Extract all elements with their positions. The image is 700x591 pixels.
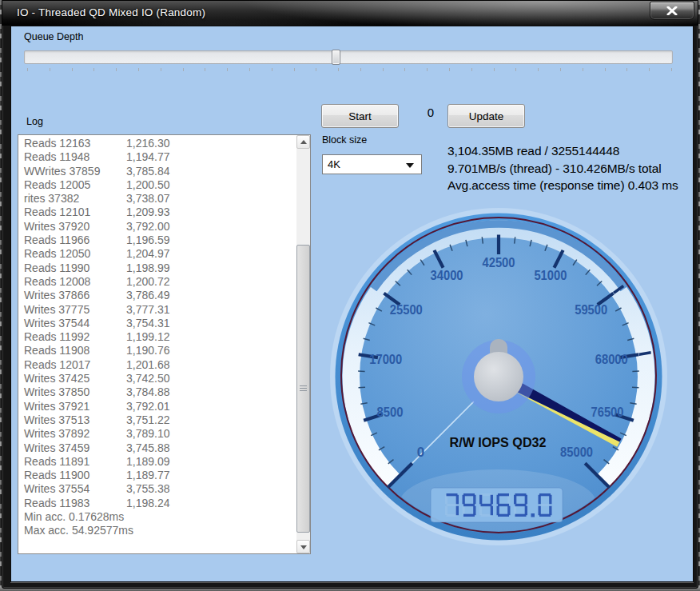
log-row[interactable]: Reads 119661,196.59	[18, 234, 296, 247]
log-listbox[interactable]: Reads 121631,216.30Reads 119481,194.77WW…	[18, 134, 311, 554]
log-row[interactable]: Writes 375443,754.31	[18, 317, 296, 330]
dialog-window: IO - Threaded QD Mixed IO (Random) Queue…	[2, 0, 698, 589]
log-row[interactable]: Reads 120501,204.97	[18, 247, 296, 261]
log-entry-name: Writes 37544	[24, 317, 89, 329]
log-row[interactable]: Reads 120081,200.72	[18, 275, 296, 289]
scrollbar-thumb[interactable]	[296, 245, 310, 533]
stats-line-1: 3,104.35MB read / 3255144448	[447, 142, 678, 160]
log-entry-value: 1,216.30	[126, 137, 170, 150]
log-row[interactable]: Reads 118911,189.09	[18, 455, 296, 469]
log-row[interactable]: Max acc. 54.92577ms	[18, 524, 296, 537]
slider-tick	[227, 68, 228, 71]
log-entry-value: 3,755.38	[126, 482, 170, 495]
log-row[interactable]: Reads 119921,199.12	[18, 330, 296, 344]
queue-depth-slider-track[interactable]	[24, 50, 673, 64]
log-entry-value: 1,200.72	[126, 275, 170, 288]
scrollbar-down-button[interactable]	[296, 540, 310, 553]
log-row[interactable]: Writes 378503,784.88	[18, 385, 296, 399]
iops-gauge: 0850017000255003400042500510005950068000…	[323, 201, 674, 553]
log-row[interactable]: Writes 374253,742.50	[18, 372, 296, 385]
log-entry-value: 3,785.84	[126, 165, 170, 178]
log-scrollbar[interactable]	[296, 135, 310, 553]
slider-tick	[93, 68, 94, 71]
log-label: Log	[26, 116, 43, 127]
slider-tick	[427, 68, 428, 71]
log-row[interactable]: Writes 379203,792.00	[18, 220, 296, 234]
gauge-tick-label: 25500	[390, 302, 423, 317]
log-entry-name: Writes 37920	[24, 220, 89, 233]
log-row[interactable]: Reads 121631,216.30	[18, 137, 296, 150]
log-row[interactable]: Writes 374593,745.88	[18, 441, 296, 455]
log-entry-value: 1,189.77	[126, 469, 170, 481]
log-row[interactable]: Reads 120051,200.50	[18, 178, 296, 192]
log-entry-name: Writes 37866	[24, 289, 89, 301]
title-bar[interactable]: IO - Threaded QD Mixed IO (Random)	[2, 1, 698, 26]
log-row[interactable]: Writes 375543,755.38	[18, 482, 296, 496]
slider-tick	[671, 68, 672, 71]
log-row[interactable]: Reads 119001,189.77	[18, 469, 296, 482]
slider-tick	[116, 68, 117, 71]
gauge-tick-label: 42500	[483, 255, 515, 270]
gauge-title: R/W IOPS QD32	[450, 436, 547, 449]
log-entry-value: 1,209.93	[126, 206, 170, 218]
log-entry-value: 3,786.49	[126, 289, 170, 301]
stats-text: 3,104.35MB read / 3255144448 9.701MB/s (…	[447, 142, 678, 194]
log-row[interactable]: Writes 377753,777.31	[18, 303, 296, 317]
log-row[interactable]: rites 373823,738.07	[18, 192, 296, 206]
gauge-tick-label: 76500	[591, 405, 624, 420]
log-entry-name: Reads 12008	[24, 275, 90, 288]
slider-tick	[249, 68, 250, 71]
slider-tick	[161, 68, 161, 71]
log-entry-value: 1,189.09	[126, 455, 170, 468]
block-size-label: Block size	[322, 134, 367, 146]
slider-tick	[494, 68, 495, 71]
log-entry-value: 3,745.88	[126, 441, 170, 454]
slider-tick	[471, 68, 472, 71]
log-row[interactable]: Writes 378663,786.49	[18, 289, 296, 302]
log-row[interactable]: Reads 119901,198.99	[18, 262, 296, 275]
log-entry-name: Writes 37921	[24, 400, 89, 413]
close-button[interactable]	[650, 2, 694, 20]
slider-tick	[383, 68, 384, 71]
log-entry-name: Writes 37554	[24, 482, 89, 495]
start-button[interactable]: Start	[321, 104, 399, 128]
slider-tick	[338, 68, 339, 71]
slider-tick	[272, 68, 272, 71]
block-size-combobox[interactable]: 4K	[322, 154, 422, 174]
log-entry-name: Reads 12101	[24, 206, 90, 218]
log-entry-name: WWrites 37859	[24, 165, 100, 178]
log-row[interactable]: Reads 119831,198.24	[18, 497, 296, 510]
gauge-tick-label: 59500	[575, 302, 607, 317]
queue-depth-slider-thumb[interactable]	[332, 50, 340, 65]
log-row[interactable]: Reads 119081,190.76	[18, 344, 296, 357]
log-entry-value: 1,199.12	[126, 330, 170, 343]
log-entry-name: Reads 11966	[24, 234, 89, 246]
slider-tick	[72, 68, 73, 71]
log-row[interactable]: Reads 121011,209.93	[18, 206, 296, 219]
counter-value: 0	[415, 106, 447, 119]
scrollbar-up-button[interactable]	[296, 135, 310, 149]
log-row[interactable]: Reads 120171,201.68	[18, 358, 296, 372]
log-row[interactable]: Writes 378923,789.10	[18, 427, 296, 441]
log-row[interactable]: Min acc. 0.17628ms	[18, 510, 296, 524]
log-entry-value: 3,742.50	[126, 372, 170, 385]
log-entry-name: Min acc. 0.17628ms	[24, 510, 124, 523]
log-row[interactable]: WWrites 378593,785.84	[18, 165, 296, 178]
log-row[interactable]: Writes 375133,751.22	[18, 413, 296, 427]
log-entry-value: 1,200.50	[126, 178, 170, 191]
update-button[interactable]: Update	[447, 104, 525, 128]
log-entry-name: Reads 12163	[24, 137, 90, 150]
log-list: Reads 121631,216.30Reads 119481,194.77WW…	[18, 137, 296, 553]
scrollbar-grip-icon	[300, 385, 307, 392]
slider-tick	[626, 68, 627, 71]
log-entry-value: 3,784.88	[126, 385, 170, 398]
slider-tick	[449, 68, 450, 71]
slider-tick	[583, 68, 583, 71]
log-entry-value: 1,190.76	[126, 344, 170, 357]
window-title: IO - Threaded QD Mixed IO (Random)	[17, 6, 205, 18]
log-row[interactable]: Reads 119481,194.77	[18, 150, 296, 164]
log-row[interactable]: Writes 379213,792.01	[18, 400, 296, 413]
log-entry-name: Reads 11983	[24, 497, 89, 509]
log-entry-name: Reads 11891	[24, 455, 89, 468]
log-entry-name: Reads 12017	[24, 358, 90, 371]
